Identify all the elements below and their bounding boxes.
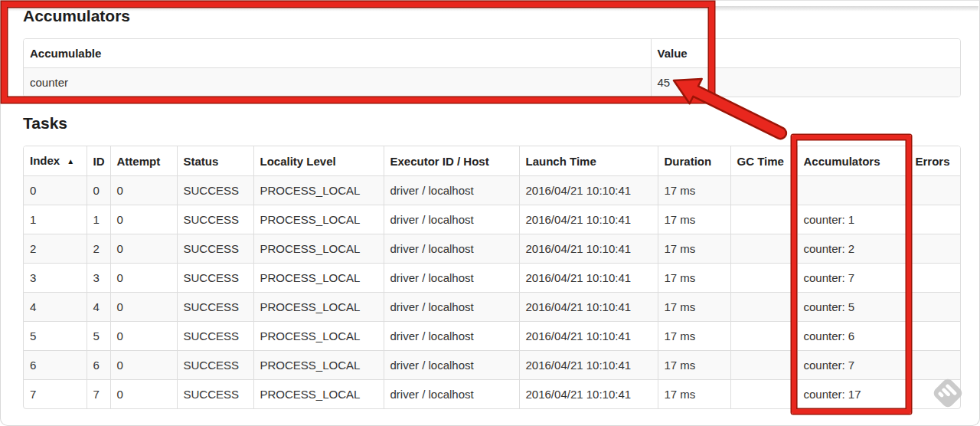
task-cell-gc [730, 264, 797, 293]
task-cell-gc [730, 293, 797, 322]
duration-column-header[interactable]: Duration [658, 146, 730, 176]
task-cell-executor: driver / localhost [384, 351, 519, 380]
task-cell-locality: PROCESS_LOCAL [253, 176, 384, 205]
gc-time-column-header[interactable]: GC Time [730, 146, 797, 176]
task-cell-duration: 17 ms [658, 322, 730, 351]
task-cell-launch: 2016/04/21 10:10:41 [519, 351, 658, 380]
task-row: 000SUCCESSPROCESS_LOCALdriver / localhos… [24, 176, 960, 205]
locality-level-column-header[interactable]: Locality Level [253, 146, 384, 176]
task-cell-locality: PROCESS_LOCAL [253, 234, 384, 264]
task-cell-id: 7 [87, 380, 110, 409]
task-cell-duration: 17 ms [658, 264, 730, 293]
task-cell-launch: 2016/04/21 10:10:41 [519, 322, 658, 351]
task-cell-id: 2 [87, 234, 110, 264]
task-cell-duration: 17 ms [658, 176, 730, 205]
task-cell-errors [909, 322, 960, 351]
accumulable-column-header: Accumulable [24, 39, 651, 68]
task-cell-index: 4 [24, 293, 87, 322]
accumulable-name-cell: counter [24, 68, 651, 97]
task-cell-accumulators: counter: 7 [797, 351, 909, 380]
accumulators-column-header[interactable]: Accumulators [797, 146, 909, 176]
id-column-header[interactable]: ID [87, 146, 110, 176]
spark-ui-stage-page: Accumulators Accumulable Value counter 4… [0, 0, 980, 426]
task-cell-launch: 2016/04/21 10:10:41 [519, 176, 658, 205]
task-cell-index: 0 [24, 176, 87, 205]
status-column-header[interactable]: Status [177, 146, 253, 176]
task-row: 110SUCCESSPROCESS_LOCALdriver / localhos… [24, 205, 960, 234]
task-cell-launch: 2016/04/21 10:10:41 [519, 234, 658, 264]
task-cell-duration: 17 ms [658, 234, 730, 264]
task-cell-index: 2 [24, 234, 87, 264]
task-cell-errors [909, 176, 960, 205]
task-cell-accumulators [797, 176, 909, 205]
task-cell-locality: PROCESS_LOCAL [253, 380, 384, 409]
launch-time-column-header[interactable]: Launch Time [519, 146, 658, 176]
task-row: 550SUCCESSPROCESS_LOCALdriver / localhos… [24, 322, 960, 351]
task-cell-id: 3 [87, 264, 110, 293]
task-cell-gc [730, 380, 797, 409]
task-cell-accumulators: counter: 6 [797, 322, 909, 351]
task-cell-id: 5 [87, 322, 110, 351]
task-cell-duration: 17 ms [658, 351, 730, 380]
task-row: 440SUCCESSPROCESS_LOCALdriver / localhos… [24, 293, 960, 322]
task-cell-index: 6 [24, 351, 87, 380]
sort-ascending-icon: ▲ [67, 157, 74, 165]
task-cell-gc [730, 205, 797, 234]
task-cell-index: 1 [24, 205, 87, 234]
task-cell-accumulators: counter: 2 [797, 234, 909, 264]
attempt-column-header[interactable]: Attempt [110, 146, 177, 176]
task-cell-attempt: 0 [110, 264, 177, 293]
task-cell-id: 4 [87, 293, 110, 322]
task-cell-attempt: 0 [110, 322, 177, 351]
task-cell-status: SUCCESS [177, 176, 253, 205]
task-cell-executor: driver / localhost [384, 176, 519, 205]
task-cell-locality: PROCESS_LOCAL [253, 351, 384, 380]
task-cell-attempt: 0 [110, 176, 177, 205]
errors-column-header[interactable]: Errors [909, 146, 960, 176]
task-cell-accumulators: counter: 1 [797, 205, 909, 234]
task-cell-launch: 2016/04/21 10:10:41 [519, 380, 658, 409]
accumulator-row: counter 45 [24, 68, 960, 97]
task-cell-launch: 2016/04/21 10:10:41 [519, 293, 658, 322]
task-cell-gc [730, 234, 797, 264]
task-cell-gc [730, 322, 797, 351]
feedly-diamond-icon [931, 376, 965, 410]
executor-id-host-column-header[interactable]: Executor ID / Host [384, 146, 519, 176]
task-cell-errors [909, 205, 960, 234]
task-cell-status: SUCCESS [177, 293, 253, 322]
task-cell-attempt: 0 [110, 351, 177, 380]
task-row: 770SUCCESSPROCESS_LOCALdriver / localhos… [24, 380, 960, 409]
task-cell-locality: PROCESS_LOCAL [253, 264, 384, 293]
tasks-table: Index▲ ID Attempt Status Locality Level … [23, 146, 961, 409]
task-cell-executor: driver / localhost [384, 234, 519, 264]
task-cell-errors [909, 264, 960, 293]
task-row: 220SUCCESSPROCESS_LOCALdriver / localhos… [24, 234, 960, 264]
task-cell-status: SUCCESS [177, 234, 253, 264]
task-cell-errors [909, 234, 960, 264]
task-cell-executor: driver / localhost [384, 205, 519, 234]
window-top-shadow [2, 6, 978, 11]
task-cell-locality: PROCESS_LOCAL [253, 293, 384, 322]
task-cell-errors [909, 351, 960, 380]
accumulators-table: Accumulable Value counter 45 [23, 38, 961, 97]
task-cell-id: 6 [87, 351, 110, 380]
task-cell-duration: 17 ms [658, 205, 730, 234]
task-cell-gc [730, 351, 797, 380]
task-cell-duration: 17 ms [658, 380, 730, 409]
task-cell-executor: driver / localhost [384, 293, 519, 322]
accumulators-header-row: Accumulable Value [24, 39, 960, 68]
task-cell-accumulators: counter: 17 [797, 380, 909, 409]
task-cell-locality: PROCESS_LOCAL [253, 205, 384, 234]
accumulable-value-cell: 45 [651, 68, 960, 97]
tasks-header-row: Index▲ ID Attempt Status Locality Level … [24, 146, 960, 176]
task-cell-attempt: 0 [110, 234, 177, 264]
task-row: 660SUCCESSPROCESS_LOCALdriver / localhos… [24, 351, 960, 380]
task-cell-attempt: 0 [110, 380, 177, 409]
task-cell-executor: driver / localhost [384, 380, 519, 409]
value-column-header: Value [651, 39, 960, 68]
index-column-header[interactable]: Index▲ [24, 146, 87, 176]
task-cell-attempt: 0 [110, 293, 177, 322]
task-cell-executor: driver / localhost [384, 322, 519, 351]
task-cell-status: SUCCESS [177, 351, 253, 380]
index-header-label: Index [30, 154, 60, 167]
